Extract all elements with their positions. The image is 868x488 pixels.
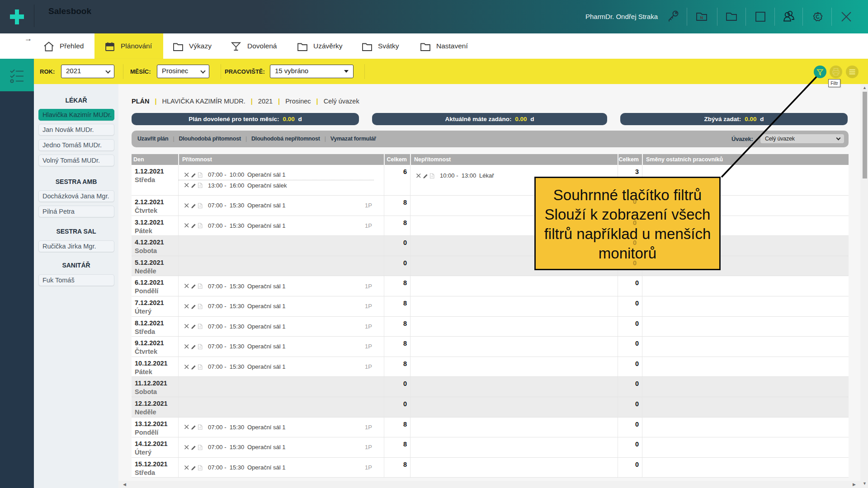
svg-text:N: N	[700, 15, 703, 20]
